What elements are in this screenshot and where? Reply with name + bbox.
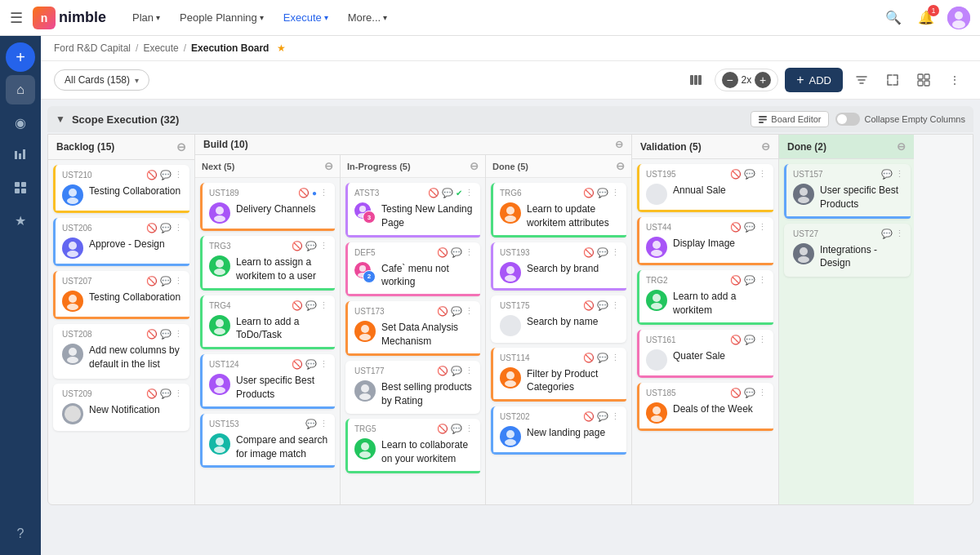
sidebar-favorites[interactable]: ★ xyxy=(6,206,35,235)
scope-title: Scope Execution (32) xyxy=(72,113,179,126)
card-more-icon[interactable]: ⋮ xyxy=(174,329,183,340)
card-UST193[interactable]: UST193 🚫💬⋮ Search by brand xyxy=(491,242,626,291)
card-UST27[interactable]: UST27 💬⋮ Integrations - Design xyxy=(784,224,911,278)
board-editor-button[interactable]: Board Editor xyxy=(751,111,828,127)
card-TRG4[interactable]: TRG4 🚫💬⋮ Learn to add a ToDo/Task xyxy=(200,295,335,350)
card-avatar xyxy=(354,380,376,402)
sidebar-reports[interactable] xyxy=(6,140,35,170)
card-title: Testing New Landing Page xyxy=(381,202,474,230)
expand-icon[interactable] xyxy=(880,68,905,92)
card-ban-icon[interactable]: 🚫 xyxy=(146,223,158,233)
card-UST206[interactable]: UST206 🚫💬⋮ Approve - Design xyxy=(53,218,189,266)
nav-more[interactable]: More... ▾ xyxy=(341,8,394,27)
card-TRG6[interactable]: TRG6 🚫💬⋮ Learn to update workitem attrib… xyxy=(491,183,626,238)
grid-view-icon[interactable] xyxy=(911,68,936,92)
user-avatar[interactable] xyxy=(947,7,970,29)
card-avatar xyxy=(500,367,521,388)
sidebar-add-btn[interactable]: + xyxy=(6,42,35,72)
card-UST175[interactable]: UST175 🚫💬⋮ Search by name xyxy=(491,295,626,343)
more-options-icon[interactable]: ⋮ xyxy=(942,68,967,92)
sidebar-help[interactable]: ? xyxy=(6,519,35,548)
card-UST208[interactable]: UST208 🚫💬⋮ Add new columns by default in… xyxy=(53,324,189,379)
notification-icon[interactable]: 🔔 1 xyxy=(915,7,938,29)
columns-icon[interactable] xyxy=(684,68,708,92)
card-more-icon[interactable]: ⋮ xyxy=(174,388,183,399)
card-bar xyxy=(56,317,189,319)
svg-point-55 xyxy=(506,430,514,438)
build-collapse-icon[interactable]: ⊖ xyxy=(615,139,623,150)
card-TRG3[interactable]: TRG3 🚫💬⋮ Learn to assign a workitem to a… xyxy=(200,236,335,291)
card-UST114[interactable]: UST114 🚫💬⋮ Filter by Product Categories xyxy=(491,348,626,402)
card-UST153[interactable]: UST153 💬⋮ Compare and search for image m… xyxy=(200,414,335,468)
card-title: Filter by Product Categories xyxy=(527,367,620,395)
card-ban-icon[interactable]: 🚫 xyxy=(146,329,158,340)
add-button[interactable]: + ADD xyxy=(785,68,843,92)
filter-icon[interactable] xyxy=(849,68,874,92)
card-ATST3[interactable]: ATST3 🚫💬✔⋮ 3 Testing New Landing xyxy=(345,183,480,238)
card-more-icon[interactable]: ⋮ xyxy=(174,223,183,233)
card-UST209[interactable]: UST209 🚫💬⋮ New Notification xyxy=(53,384,189,431)
zoom-control: − 2x + xyxy=(715,69,779,91)
card-msg-icon[interactable]: 💬 xyxy=(160,329,172,340)
card-UST44[interactable]: UST44 🚫💬⋮ Display Image xyxy=(637,217,773,265)
card-UST177[interactable]: UST177 🚫💬⋮ Best selling products by Rati… xyxy=(345,361,480,415)
card-ban-icon[interactable]: 🚫 xyxy=(146,170,158,180)
breadcrumb-ford[interactable]: Ford R&D Capital xyxy=(54,42,131,54)
card-more-icon[interactable]: ⋮ xyxy=(174,170,183,180)
nav-execute[interactable]: Execute ▾ xyxy=(277,8,335,27)
favorite-star-icon[interactable]: ★ xyxy=(277,42,286,54)
sidebar-home[interactable]: ⌂ xyxy=(6,75,35,104)
filter-button[interactable]: All Cards (158) ▾ xyxy=(54,69,149,91)
svg-rect-10 xyxy=(690,75,693,85)
svg-point-31 xyxy=(216,260,224,268)
card-msg-icon[interactable]: 💬 xyxy=(160,170,172,180)
card-UST185[interactable]: UST185 🚫💬⋮ Deals of the Week xyxy=(637,383,773,431)
sidebar-dashboard[interactable]: ◉ xyxy=(6,108,35,137)
nav-plan-label: Plan xyxy=(132,11,154,24)
sidebar-board[interactable] xyxy=(6,173,35,202)
card-ban-icon[interactable]: 🚫 xyxy=(146,388,158,399)
build-group: Build (10) ⊖ Next (5) ⊖ xyxy=(195,135,632,504)
done-build-collapse[interactable]: ⊖ xyxy=(616,160,625,172)
breadcrumb-execute[interactable]: Execute xyxy=(143,42,178,54)
card-msg-icon[interactable]: 💬 xyxy=(160,223,172,233)
search-icon[interactable]: 🔍 xyxy=(882,7,905,29)
svg-point-37 xyxy=(216,437,224,446)
validation-collapse[interactable]: ⊖ xyxy=(761,140,770,153)
card-avatar xyxy=(500,315,521,336)
card-TRG5[interactable]: TRG5 🚫💬⋮ Learn to collaborate on your wo… xyxy=(345,419,480,473)
card-ban-icon[interactable]: 🚫 xyxy=(146,276,158,286)
card-DEF5[interactable]: DEF5 🚫💬⋮ 2 Cafe` menu not working xyxy=(345,242,480,297)
card-UST207[interactable]: UST207 🚫💬⋮ Testing Collaboration xyxy=(53,271,189,319)
scope-chevron-icon[interactable]: ▼ xyxy=(56,113,65,125)
nav-plan[interactable]: Plan ▾ xyxy=(126,8,167,27)
svg-point-29 xyxy=(216,206,224,215)
card-UST195[interactable]: UST195 🚫💬⋮ Annual Sale xyxy=(637,164,773,212)
hamburger-icon[interactable]: ☰ xyxy=(10,9,23,27)
card-UST202[interactable]: UST202 🚫💬⋮ New landing page xyxy=(491,406,626,455)
card-msg-icon[interactable]: 💬 xyxy=(160,276,172,286)
card-UST124[interactable]: UST124 🚫💬⋮ User specific Best Products xyxy=(200,354,335,409)
done-final-collapse[interactable]: ⊖ xyxy=(897,140,906,153)
card-UST173[interactable]: UST173 🚫💬⋮ Set Data Analysis Mechanism xyxy=(345,301,480,356)
done-build-title: Done (5) xyxy=(492,162,528,171)
card-msg-icon[interactable]: 💬 xyxy=(160,388,172,399)
collapse-toggle-switch[interactable] xyxy=(835,113,860,126)
card-UST210[interactable]: UST210 🚫💬⋮ Testing Collaboration xyxy=(53,165,189,213)
in-progress-collapse[interactable]: ⊖ xyxy=(470,160,479,172)
card-UST161[interactable]: UST161 🚫💬⋮ Quater Sale xyxy=(637,330,773,378)
backlog-collapse-icon[interactable]: ⊖ xyxy=(176,140,186,153)
svg-point-38 xyxy=(214,446,225,453)
card-title: Deals of the Week xyxy=(673,402,753,416)
card-TRG2[interactable]: TRG2 🚫💬⋮ Learn to add a workitem xyxy=(637,270,773,325)
card-avatar xyxy=(209,255,230,277)
svg-point-49 xyxy=(506,206,514,215)
card-more-icon[interactable]: ⋮ xyxy=(174,276,183,286)
card-UST189[interactable]: UST189 🚫●⋮ Delivery Channels xyxy=(200,183,335,231)
nav-people-planning[interactable]: People Planning ▾ xyxy=(173,8,270,27)
card-title: Testing Collaboration xyxy=(89,184,180,198)
zoom-plus-button[interactable]: + xyxy=(755,72,771,88)
zoom-minus-button[interactable]: − xyxy=(722,72,738,88)
card-UST157[interactable]: UST157 💬⋮ User specific Best Products xyxy=(784,164,911,219)
next-collapse-icon[interactable]: ⊖ xyxy=(324,160,333,172)
